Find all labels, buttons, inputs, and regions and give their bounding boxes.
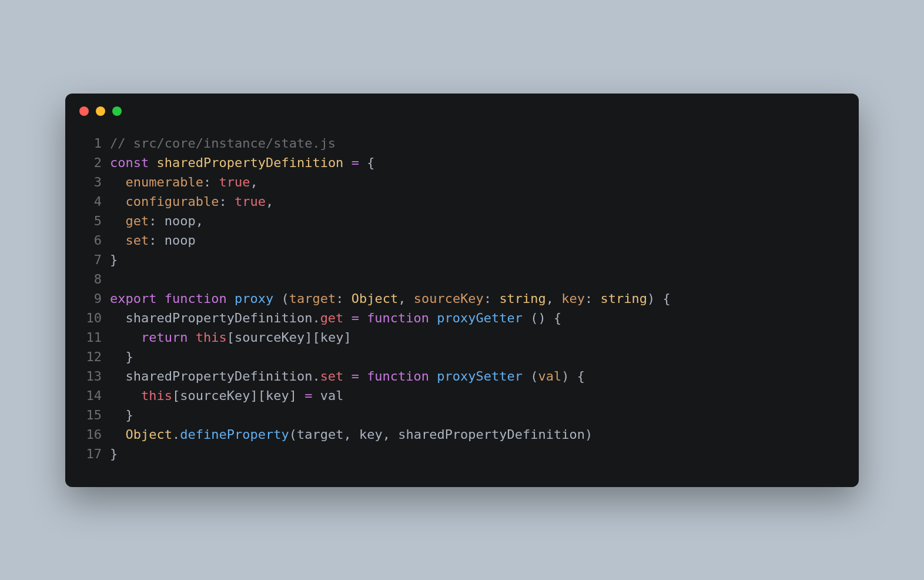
code-token: const <box>110 155 149 170</box>
code-token <box>110 427 126 442</box>
code-token: configurable <box>126 194 219 209</box>
code-token: , <box>383 427 399 442</box>
code-token <box>429 311 437 325</box>
code-text: sharedPropertyDefinition.set = function … <box>110 366 585 386</box>
code-token: noop <box>165 214 196 228</box>
code-token: ( <box>289 427 297 442</box>
code-token: , <box>196 214 203 228</box>
code-line: 16 Object.defineProperty(target, key, sh… <box>83 425 841 444</box>
code-token <box>110 214 126 228</box>
code-token: val <box>538 369 562 384</box>
code-token <box>110 330 141 345</box>
code-text: // src/core/instance/state.js <box>110 134 336 153</box>
code-token: set <box>320 369 344 384</box>
code-token <box>149 155 156 170</box>
code-line: 11 return this[sourceKey][key] <box>83 328 841 347</box>
code-token <box>523 369 530 384</box>
code-token: { <box>367 155 374 170</box>
code-token <box>359 155 367 170</box>
line-number: 15 <box>83 405 110 425</box>
code-token: [ <box>172 388 180 403</box>
code-token: target <box>289 291 336 306</box>
code-token: proxyGetter <box>437 311 523 325</box>
code-token: } <box>110 252 118 267</box>
line-number: 4 <box>83 192 110 211</box>
code-token: defineProperty <box>180 427 289 442</box>
line-number: 14 <box>83 386 110 405</box>
code-token: Object <box>126 427 172 442</box>
line-number: 17 <box>83 444 110 464</box>
code-token: } <box>126 349 133 364</box>
code-token: : <box>336 291 351 306</box>
code-line: 17} <box>83 444 841 464</box>
minimize-icon[interactable] <box>96 106 105 116</box>
maximize-icon[interactable] <box>112 106 122 116</box>
code-token: function <box>367 311 429 325</box>
code-token: target <box>297 427 343 442</box>
code-token <box>110 175 126 189</box>
code-token: , <box>266 194 273 209</box>
code-token: . <box>312 369 320 384</box>
line-number: 1 <box>83 134 110 153</box>
code-token: ( <box>530 369 538 384</box>
code-token: this <box>196 330 227 345</box>
code-token: function <box>165 291 227 306</box>
code-token: , <box>546 291 562 306</box>
code-line: 2const sharedPropertyDefinition = { <box>83 153 841 172</box>
code-token: . <box>312 311 320 325</box>
code-token: ) <box>585 427 592 442</box>
code-token: ] <box>289 388 305 403</box>
code-token: ) { <box>647 291 671 306</box>
code-token: } <box>126 408 133 422</box>
code-line: 8 <box>83 269 841 289</box>
code-token: . <box>172 427 180 442</box>
close-icon[interactable] <box>79 106 89 116</box>
code-token: proxy <box>235 291 273 306</box>
code-line: 4 configurable: true, <box>83 192 841 211</box>
code-line: 13 sharedPropertyDefinition.set = functi… <box>83 366 841 386</box>
code-token: ] <box>343 330 351 345</box>
code-token: set <box>126 233 149 248</box>
code-text: const sharedPropertyDefinition = { <box>110 153 374 172</box>
code-token: this <box>141 388 172 403</box>
code-token: noop <box>165 233 196 248</box>
code-token: get <box>320 311 344 325</box>
code-token <box>110 233 126 248</box>
line-number: 7 <box>83 250 110 269</box>
code-token: key <box>320 330 344 345</box>
line-number: 13 <box>83 366 110 386</box>
code-token: sourceKey <box>235 330 304 345</box>
code-token: // src/core/instance/state.js <box>110 136 336 151</box>
code-token <box>110 388 141 403</box>
code-token: ) { <box>561 369 585 384</box>
code-area[interactable]: 1// src/core/instance/state.js2const sha… <box>65 128 859 464</box>
code-token: : <box>149 233 165 248</box>
code-token: sharedPropertyDefinition <box>156 155 343 170</box>
code-text: get: noop, <box>110 211 203 231</box>
code-token <box>110 408 126 422</box>
code-token: : <box>149 214 165 228</box>
code-token: true <box>235 194 266 209</box>
code-token: : <box>484 291 500 306</box>
code-text: sharedPropertyDefinition.get = function … <box>110 308 561 328</box>
code-token: , <box>343 427 359 442</box>
code-token <box>359 369 367 384</box>
code-token <box>110 194 126 209</box>
code-line: 10 sharedPropertyDefinition.get = functi… <box>83 308 841 328</box>
code-token: = <box>351 369 359 384</box>
code-token: enumerable <box>126 175 203 189</box>
code-text: } <box>110 347 133 366</box>
line-number: 10 <box>83 308 110 328</box>
code-line: 15 } <box>83 405 841 425</box>
code-token: sourceKey <box>180 388 250 403</box>
code-token: ][ <box>250 388 266 403</box>
code-text: this[sourceKey][key] = val <box>110 386 343 405</box>
code-token: [ <box>227 330 235 345</box>
code-window: 1// src/core/instance/state.js2const sha… <box>65 94 859 487</box>
code-token: ][ <box>304 330 320 345</box>
code-line: 12 } <box>83 347 841 366</box>
code-token: = <box>351 311 359 325</box>
line-number: 2 <box>83 153 110 172</box>
code-token <box>110 349 126 364</box>
code-token: val <box>312 388 343 403</box>
